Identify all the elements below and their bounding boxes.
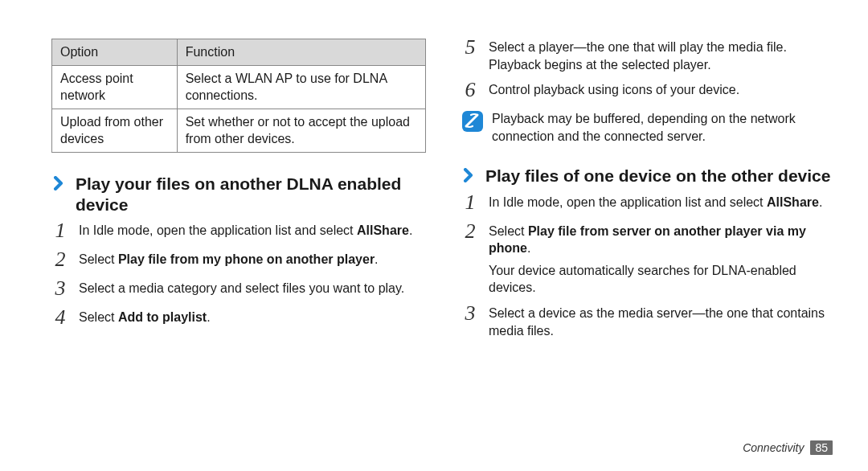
step-text: Select Add to playlist. (79, 309, 426, 326)
step-post: . (819, 195, 822, 209)
step-number: 3 (51, 278, 69, 299)
left-column: Option Function Access point network Sel… (51, 39, 426, 445)
table-cell-function: Set whether or not to accept the upload … (177, 109, 425, 152)
step-text: Control playback using icons of your dev… (489, 81, 836, 99)
step-pre: Select (79, 252, 118, 266)
step-number: 1 (51, 220, 69, 241)
table-cell-option: Upload from other devices (52, 109, 178, 152)
page-footer: Connectivity 85 (743, 440, 833, 455)
step-item: 2 Select Play file from my phone on anot… (51, 251, 426, 272)
step-item: 6 Control playback using icons of your d… (461, 81, 836, 102)
step-item: 3 Select a media category and select fil… (51, 280, 426, 301)
right-column: 5 Select a player—the one that will play… (461, 39, 836, 445)
step-text: Select Play file from my phone on anothe… (79, 251, 426, 268)
step-item: 2 Select Play file from server on anothe… (461, 223, 836, 297)
footer-section-name: Connectivity (743, 441, 804, 454)
step-item: 3 Select a device as the media server—th… (461, 305, 836, 339)
step-bold: Add to playlist (118, 310, 207, 324)
step-bold: Play file from server on another player … (489, 224, 806, 256)
step-text: Select Play file from server on another … (489, 223, 836, 297)
step-bold: Play file from my phone on another playe… (118, 252, 375, 266)
step-post: . (527, 241, 530, 255)
section-heading-play-other-device: Play files of one device on the other de… (461, 166, 836, 186)
step-text: In Idle mode, open the application list … (489, 194, 836, 211)
table-header-option: Option (52, 39, 178, 66)
step-text: Select a player—the one that will play t… (489, 39, 836, 73)
step-pre: In Idle mode, open the application list … (489, 195, 767, 209)
step-number: 5 (461, 37, 479, 58)
section2-steps: 1 In Idle mode, open the application lis… (461, 194, 836, 340)
chevron-right-icon (51, 176, 66, 190)
step-post: . (375, 252, 378, 266)
step-text: Select a media category and select files… (79, 280, 426, 297)
table-cell-function: Select a WLAN AP to use for DLNA connect… (177, 65, 425, 109)
step-item: 1 In Idle mode, open the application lis… (461, 194, 836, 215)
step-number: 4 (51, 307, 69, 328)
section-heading-text: Play your files on another DLNA enabled … (76, 174, 401, 214)
section-heading-text: Play files of one device on the other de… (485, 166, 830, 185)
step-number: 1 (461, 192, 479, 213)
step-after: Your device automatically searches for D… (489, 262, 836, 297)
step-pre: Select (79, 310, 118, 324)
table-header-function: Function (177, 39, 425, 66)
step-item: 4 Select Add to playlist. (51, 309, 426, 330)
table-header-row: Option Function (52, 39, 426, 66)
chevron-right-icon (461, 168, 476, 182)
step-post: . (207, 310, 210, 324)
footer-page-number: 85 (810, 440, 833, 455)
table-row: Access point network Select a WLAN AP to… (52, 65, 426, 109)
note-icon (461, 110, 484, 133)
options-table: Option Function Access point network Sel… (51, 39, 426, 153)
step-number: 6 (461, 80, 479, 100)
step-post: . (409, 223, 412, 237)
note-text: Playback may be buffered, depending on t… (492, 110, 836, 145)
step-bold: AllShare (767, 195, 819, 209)
step-number: 2 (51, 249, 69, 270)
step-pre: Select (489, 224, 528, 238)
step-number: 2 (461, 221, 479, 242)
note-row: Playback may be buffered, depending on t… (461, 110, 836, 145)
section-heading-play-on-dlna: Play your files on another DLNA enabled … (51, 174, 426, 216)
table-cell-option: Access point network (52, 65, 178, 109)
table-row: Upload from other devices Set whether or… (52, 109, 426, 152)
step-text: Select a device as the media server—the … (489, 305, 836, 339)
step-text: In Idle mode, open the application list … (79, 222, 426, 240)
step-bold: AllShare (357, 223, 409, 237)
page: Option Function Access point network Sel… (0, 0, 868, 471)
section1-steps: 1 In Idle mode, open the application lis… (51, 222, 426, 330)
step-number: 3 (461, 303, 479, 324)
step-pre: In Idle mode, open the application list … (79, 223, 357, 237)
step-item: 1 In Idle mode, open the application lis… (51, 222, 426, 243)
step-item: 5 Select a player—the one that will play… (461, 39, 836, 73)
step-pre: Select a media category and select files… (79, 281, 404, 295)
continued-steps: 5 Select a player—the one that will play… (461, 39, 836, 102)
